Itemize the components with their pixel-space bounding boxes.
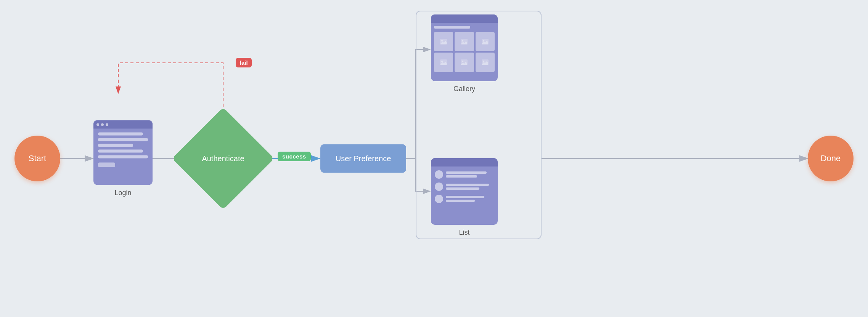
line5 <box>98 155 148 158</box>
list-row1 <box>435 170 494 179</box>
line1 <box>98 133 143 136</box>
gallery-node: Gallery <box>431 14 498 93</box>
list-lines3 <box>446 196 494 202</box>
svg-point-11 <box>462 40 463 42</box>
login-btn <box>98 163 115 167</box>
dot1 <box>96 123 99 126</box>
thumb6 <box>476 53 495 72</box>
start-label: Start <box>29 154 46 163</box>
list-circle3 <box>435 195 443 203</box>
list-circle1 <box>435 170 443 179</box>
list-line2b <box>446 187 479 190</box>
login-content <box>93 129 153 171</box>
line2 <box>98 138 148 141</box>
list-label: List <box>459 229 469 237</box>
list-mockup <box>431 158 498 225</box>
list-lines1 <box>446 171 494 178</box>
authenticate-node: Authenticate <box>187 122 259 195</box>
svg-point-13 <box>483 40 484 42</box>
list-row2 <box>435 183 494 191</box>
thumb3 <box>476 32 495 51</box>
line3 <box>98 144 133 147</box>
login-titlebar <box>93 120 153 129</box>
svg-point-9 <box>441 40 443 42</box>
svg-point-15 <box>441 61 443 62</box>
svg-point-19 <box>483 61 484 62</box>
dot2 <box>101 123 104 126</box>
gallery-mockup <box>431 14 498 81</box>
login-node: Login <box>93 120 153 197</box>
list-titlebar <box>431 158 498 167</box>
thumb1 <box>434 32 453 51</box>
list-row3 <box>435 195 494 203</box>
gallery-header-line <box>434 26 470 29</box>
list-line2a <box>446 184 489 186</box>
gallery-label: Gallery <box>453 85 475 93</box>
line4 <box>98 150 143 153</box>
thumb2 <box>455 32 474 51</box>
list-line1a <box>446 171 487 174</box>
login-mockup <box>93 120 153 185</box>
start-node: Start <box>14 136 60 181</box>
preference-node: User Preference <box>320 144 406 173</box>
list-line1b <box>446 175 477 178</box>
gallery-titlebar <box>431 14 498 23</box>
list-lines2 <box>446 184 494 190</box>
done-label: Done <box>821 154 841 163</box>
svg-point-17 <box>462 61 463 62</box>
done-node: Done <box>808 136 854 181</box>
list-line3b <box>446 200 475 202</box>
diagram-container: Start Login Authenticate fail suc <box>0 0 868 317</box>
authenticate-diamond <box>172 107 275 210</box>
success-badge: success <box>278 152 311 161</box>
thumb5 <box>455 53 474 72</box>
list-circle2 <box>435 183 443 191</box>
fail-badge: fail <box>236 58 252 67</box>
list-line3a <box>446 196 484 198</box>
gallery-grid <box>434 32 495 72</box>
list-node: List <box>431 158 498 237</box>
gallery-content <box>431 23 498 75</box>
dot3 <box>106 123 108 126</box>
preference-label: User Preference <box>336 154 391 163</box>
list-content <box>431 167 498 207</box>
thumb4 <box>434 53 453 72</box>
login-label: Login <box>114 189 131 197</box>
